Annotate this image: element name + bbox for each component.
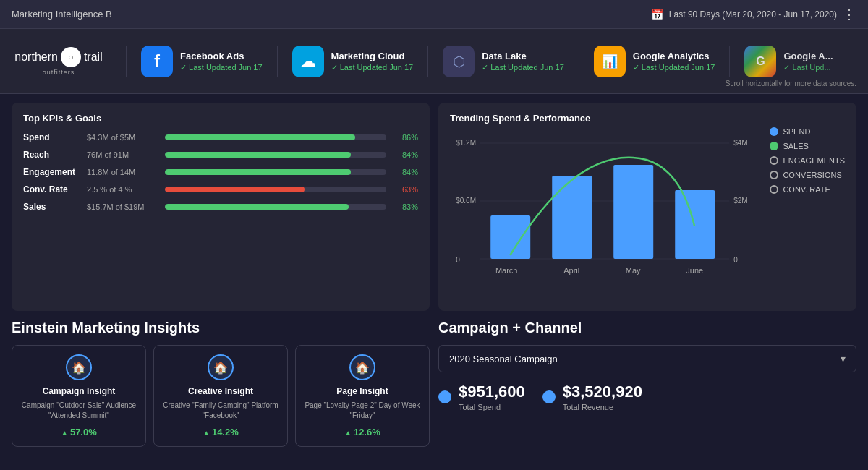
- facebook-icon: f: [141, 46, 173, 77]
- kpi-row: Sales $15.7M of $19M 83%: [23, 202, 418, 212]
- svg-rect-10: [552, 176, 592, 259]
- kpi-bar-fill: [165, 204, 349, 210]
- more-options-icon[interactable]: ⋮: [843, 7, 856, 22]
- legend-conversions[interactable]: CONVERSIONS: [770, 171, 845, 179]
- insight-type: Creative Insight: [188, 386, 253, 396]
- kpi-pct: 84%: [392, 168, 418, 176]
- kpi-label: Engagement: [23, 167, 81, 177]
- date-range: Last 90 Days (Mar 20, 2020 - Jun 17, 202…: [669, 9, 837, 20]
- trending-title: Trending Spend & Performance: [450, 113, 762, 124]
- chart-legend: SPEND SALES ENGAGEMENTS CONVERSIONS CONV…: [770, 113, 845, 301]
- main-content: Top KPIs & Goals Spend $4.3M of $5M 86% …: [0, 94, 868, 470]
- metric-label: Total Revenue: [563, 403, 642, 411]
- svg-rect-11: [613, 165, 653, 259]
- trending-panel: Trending Spend & Performance $1.2M $0.6M…: [438, 103, 856, 311]
- legend-dot-conv-rate: [770, 185, 778, 194]
- google-ads-info: Google A... Last Upd...: [783, 51, 833, 72]
- legend-label-conv-rate: CONV. RATE: [783, 185, 830, 194]
- kpi-bar-fill: [165, 152, 351, 158]
- facebook-updated: Last Updated Jun 17: [180, 63, 263, 72]
- legend-sales[interactable]: SALES: [770, 142, 845, 150]
- insight-card[interactable]: 🏠 Campaign Insight Campaign "Outdoor Sal…: [12, 345, 146, 447]
- kpi-title: Top KPIs & Goals: [23, 113, 418, 124]
- kpi-bar-bg: [165, 187, 386, 192]
- insight-card[interactable]: 🏠 Creative Insight Creative "Family Camp…: [153, 345, 288, 447]
- insight-pct: 57.0%: [61, 427, 97, 437]
- logo-name-left: northern: [14, 51, 58, 64]
- kpi-value: 11.8M of 14M: [87, 168, 159, 176]
- kpi-pct: 63%: [392, 185, 418, 194]
- legend-label-conversions: CONVERSIONS: [783, 171, 841, 179]
- marketing-cloud-icon: ☁: [292, 46, 324, 77]
- google-analytics-updated: Last Updated Jun 17: [633, 63, 715, 72]
- kpi-bar-bg: [165, 134, 386, 140]
- source-item-facebook[interactable]: f Facebook Ads Last Updated Jun 17: [126, 46, 277, 77]
- campaign-metric: $951,600 Total Spend: [438, 383, 525, 411]
- source-item-google-ads[interactable]: G Google A... Last Upd...: [729, 46, 847, 77]
- insight-icon: 🏠: [355, 361, 370, 375]
- einstein-title: Einstein Marketing Insights: [12, 320, 430, 336]
- svg-text:$1.2M: $1.2M: [456, 139, 476, 147]
- google-analytics-info: Google Analytics Last Updated Jun 17: [633, 51, 715, 72]
- insight-cards: 🏠 Campaign Insight Campaign "Outdoor Sal…: [12, 345, 430, 447]
- google-analytics-icon: 📊: [594, 46, 626, 77]
- legend-conv-rate[interactable]: CONV. RATE: [770, 185, 845, 194]
- kpi-value: $4.3M of $5M: [87, 133, 159, 142]
- marketing-cloud-info: Marketing Cloud Last Updated Jun 17: [331, 51, 414, 72]
- source-item-data-lake[interactable]: ⬡ Data Lake Last Updated Jun 17: [427, 46, 579, 77]
- campaign-metric: $3,520,920 Total Revenue: [542, 383, 642, 411]
- kpi-row: Reach 76M of 91M 84%: [23, 150, 418, 160]
- marketing-cloud-updated: Last Updated Jun 17: [331, 63, 414, 72]
- svg-rect-9: [490, 215, 530, 259]
- insight-desc: Creative "Family Camping" Platform "Face…: [161, 401, 280, 421]
- header-right: 📅 Last 90 Days (Mar 20, 2020 - Jun 17, 2…: [651, 7, 856, 22]
- legend-spend[interactable]: SPEND: [770, 127, 845, 136]
- insight-type: Page Insight: [336, 386, 388, 396]
- company-logo: northern ○ trail outfitters: [12, 47, 106, 76]
- google-ads-updated: Last Upd...: [783, 63, 833, 72]
- kpi-row: Spend $4.3M of $5M 86%: [23, 132, 418, 142]
- campaign-panel: Campaign + Channel 2020 Seasonal Campaig…: [438, 320, 856, 461]
- trending-chart: $1.2M $0.6M 0 $4M $2M 0: [450, 132, 762, 284]
- svg-text:$4M: $4M: [733, 139, 747, 147]
- insight-card[interactable]: 🏠 Page Insight Page "Loyalty Page 2" Day…: [295, 345, 430, 447]
- legend-label-engagements: ENGAGEMENTS: [783, 156, 845, 165]
- kpi-label: Reach: [23, 150, 81, 160]
- logo-subtitle: outfitters: [43, 69, 75, 76]
- insight-icon: 🏠: [72, 361, 86, 375]
- scroll-hint: Scroll horizontally for more data source…: [726, 80, 856, 87]
- campaign-dropdown[interactable]: 2020 Seasonal Campaign ▾: [438, 345, 856, 372]
- kpi-bar-bg: [165, 152, 386, 158]
- kpi-label: Sales: [23, 202, 81, 212]
- metric-amount: $951,600: [459, 383, 525, 401]
- kpi-row: Conv. Rate 2.5 % of 4 % 63%: [23, 184, 418, 195]
- einstein-panel: Einstein Marketing Insights 🏠 Campaign I…: [12, 320, 430, 461]
- legend-dot-conversions: [770, 171, 778, 179]
- facebook-name: Facebook Ads: [180, 51, 263, 61]
- logo-circle: ○: [61, 47, 81, 67]
- data-lake-name: Data Lake: [482, 51, 564, 61]
- sources-bar: northern ○ trail outfitters f Facebook A…: [0, 29, 868, 94]
- kpi-row: Engagement 11.8M of 14M 84%: [23, 167, 418, 177]
- data-lake-icon: ⬡: [443, 46, 475, 77]
- svg-text:$0.6M: $0.6M: [456, 197, 476, 205]
- source-item-marketing-cloud[interactable]: ☁ Marketing Cloud Last Updated Jun 17: [277, 46, 428, 77]
- kpi-rows: Spend $4.3M of $5M 86% Reach 76M of 91M …: [23, 132, 418, 212]
- metric-label: Total Spend: [459, 403, 525, 411]
- kpi-bar-fill: [165, 134, 355, 140]
- svg-text:0: 0: [733, 256, 738, 264]
- app-title: Marketing Intelligence B: [12, 9, 112, 20]
- insight-pct: 14.2%: [203, 427, 239, 437]
- metric-amount: $3,520,920: [563, 383, 642, 401]
- svg-text:April: April: [563, 266, 579, 275]
- legend-engagements[interactable]: ENGAGEMENTS: [770, 156, 845, 165]
- insight-type: Campaign Insight: [43, 386, 116, 396]
- legend-dot-spend: [770, 127, 778, 136]
- data-lake-info: Data Lake Last Updated Jun 17: [482, 51, 564, 72]
- campaign-title: Campaign + Channel: [438, 320, 856, 336]
- google-analytics-name: Google Analytics: [633, 51, 715, 61]
- facebook-info: Facebook Ads Last Updated Jun 17: [180, 51, 263, 72]
- google-ads-name: Google A...: [783, 51, 833, 61]
- source-item-google-analytics[interactable]: 📊 Google Analytics Last Updated Jun 17: [579, 46, 730, 77]
- kpi-bar-fill: [165, 169, 351, 175]
